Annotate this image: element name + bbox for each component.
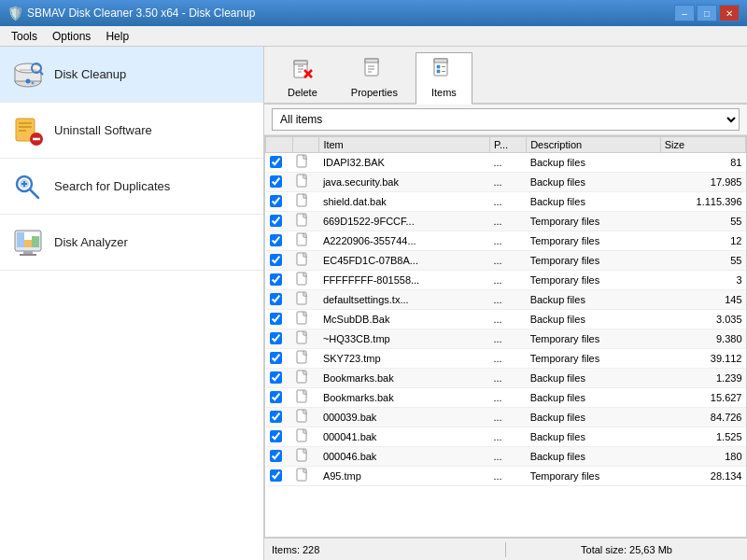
file-path: ...: [490, 427, 527, 447]
file-size: 12: [660, 231, 745, 251]
delete-button[interactable]: Delete: [272, 52, 333, 103]
table-row[interactable]: 000041.bak...Backup files1.525: [266, 427, 746, 447]
items-icon: [432, 57, 455, 85]
table-row[interactable]: A95.tmp...Temporary files28.134: [266, 467, 746, 486]
menu-tools[interactable]: Tools: [4, 28, 45, 45]
file-desc: Temporary files: [527, 231, 661, 251]
table-row[interactable]: 000046.bak...Backup files180: [266, 447, 746, 467]
header-size[interactable]: Size: [660, 137, 745, 153]
sidebar-label-disk-analyzer: Disk Analyzer: [54, 235, 128, 249]
row-checkbox[interactable]: [270, 391, 282, 403]
file-size: 3: [660, 271, 745, 290]
header-item[interactable]: Item: [319, 137, 490, 153]
items-button[interactable]: Items: [416, 52, 472, 105]
table-row[interactable]: A2220906-355744......Temporary files12: [266, 231, 746, 251]
menu-options[interactable]: Options: [45, 28, 98, 45]
file-desc: Backup files: [527, 173, 661, 192]
row-checkbox[interactable]: [270, 371, 282, 384]
table-row[interactable]: FFFFFFFF-801558......Temporary files3: [266, 271, 746, 290]
table-row[interactable]: Bookmarks.bak...Backup files1.239: [266, 369, 746, 388]
file-name: IDAPI32.BAK: [319, 153, 490, 173]
file-desc: Temporary files: [527, 329, 661, 349]
row-checkbox[interactable]: [270, 469, 282, 482]
properties-icon: [363, 57, 386, 85]
sidebar-item-disk-cleanup[interactable]: Disk Cleanup: [0, 47, 263, 103]
delete-label: Delete: [288, 87, 317, 98]
row-checkbox[interactable]: [270, 273, 282, 286]
file-name: ~HQ33CB.tmp: [319, 329, 490, 349]
row-checkbox[interactable]: [270, 195, 282, 207]
filter-dropdown[interactable]: All items Backup files Temporary files: [272, 108, 740, 131]
file-name: FFFFFFFF-801558...: [319, 271, 490, 290]
file-table-container[interactable]: Item P... Description Size IDAPI32.BAK..…: [264, 135, 747, 538]
file-icon: [292, 310, 319, 329]
file-icon: [292, 408, 319, 427]
svg-rect-40: [437, 70, 440, 73]
row-checkbox[interactable]: [270, 450, 282, 462]
svg-rect-33: [365, 59, 378, 63]
file-name: 000039.bak: [319, 408, 490, 427]
sidebar-item-uninstall[interactable]: Uninstall Software: [0, 103, 263, 159]
file-size: 84.726: [660, 408, 745, 427]
file-size: 39.112: [660, 349, 745, 369]
table-row[interactable]: shield.dat.bak...Backup files1.115.396: [266, 192, 746, 212]
row-checkbox[interactable]: [270, 234, 282, 246]
file-icon: [292, 271, 319, 290]
table-row[interactable]: IDAPI32.BAK...Backup files81: [266, 153, 746, 173]
items-count: Items: 228: [272, 544, 498, 555]
row-checkbox[interactable]: [270, 411, 282, 423]
row-checkbox[interactable]: [270, 254, 282, 266]
row-checkbox[interactable]: [270, 175, 282, 188]
table-row[interactable]: McSubDB.Bak...Backup files3.035: [266, 310, 746, 329]
file-icon: [292, 290, 319, 310]
row-checkbox[interactable]: [270, 352, 282, 364]
file-name: shield.dat.bak: [319, 192, 490, 212]
row-checkbox[interactable]: [270, 156, 282, 168]
row-checkbox[interactable]: [270, 293, 282, 305]
minimize-button[interactable]: –: [674, 5, 695, 21]
menu-bar: Tools Options Help: [0, 26, 747, 47]
table-row[interactable]: ~HQ33CB.tmp...Temporary files9.380: [266, 329, 746, 349]
properties-button[interactable]: Properties: [335, 52, 414, 103]
file-desc: Backup files: [527, 153, 661, 173]
file-path: ...: [490, 310, 527, 329]
window-title: SBMAV Disk Cleaner 3.50 x64 - Disk Clean…: [23, 7, 674, 20]
row-checkbox[interactable]: [270, 430, 282, 442]
filter-row: All items Backup files Temporary files: [264, 105, 747, 135]
file-desc: Backup files: [527, 290, 661, 310]
file-name: 000041.bak: [319, 427, 490, 447]
file-name: Bookmarks.bak: [319, 388, 490, 408]
status-divider: [505, 542, 506, 557]
file-desc: Backup files: [527, 388, 661, 408]
file-path: ...: [490, 349, 527, 369]
row-checkbox[interactable]: [270, 313, 282, 325]
header-path[interactable]: P...: [490, 137, 527, 153]
table-row[interactable]: defaultsettings.tx......Backup files145: [266, 290, 746, 310]
file-name: defaultsettings.tx...: [319, 290, 490, 310]
row-checkbox[interactable]: [270, 215, 282, 227]
table-row[interactable]: Bookmarks.bak...Backup files15.627: [266, 388, 746, 408]
svg-rect-39: [437, 65, 440, 68]
svg-point-3: [26, 78, 31, 83]
maximize-button[interactable]: □: [697, 5, 717, 21]
table-row[interactable]: 669D1522-9FCCF......Temporary files55: [266, 212, 746, 231]
header-desc[interactable]: Description: [527, 137, 661, 153]
row-checkbox[interactable]: [270, 332, 282, 344]
menu-help[interactable]: Help: [98, 28, 136, 45]
properties-label: Properties: [351, 87, 398, 98]
sidebar: Disk Cleanup Uninstall Software: [0, 47, 264, 560]
sidebar-item-disk-analyzer[interactable]: Disk Analyzer: [0, 215, 263, 271]
file-desc: Backup files: [527, 192, 661, 212]
file-path: ...: [490, 251, 527, 271]
svg-rect-9: [19, 126, 32, 128]
table-row[interactable]: java.security.bak...Backup files17.985: [266, 173, 746, 192]
file-path: ...: [490, 231, 527, 251]
table-row[interactable]: 000039.bak...Backup files84.726: [266, 408, 746, 427]
search-duplicates-icon: [11, 170, 45, 203]
file-desc: Backup files: [527, 369, 661, 388]
table-row[interactable]: SKY723.tmp...Temporary files39.112: [266, 349, 746, 369]
sidebar-item-search-duplicates[interactable]: Search for Duplicates: [0, 159, 263, 215]
close-button[interactable]: ✕: [719, 5, 740, 21]
svg-line-14: [30, 189, 38, 198]
table-row[interactable]: EC45FD1C-07B8A......Temporary files55: [266, 251, 746, 271]
